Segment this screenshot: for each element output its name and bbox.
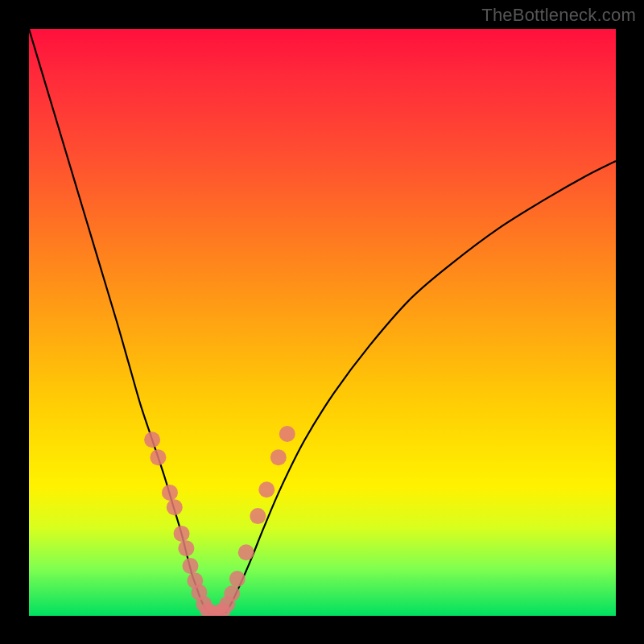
watermark-text: TheBottleneck.com: [481, 5, 636, 26]
plot-background: [29, 29, 616, 616]
chart-frame: TheBottleneck.com: [0, 0, 644, 644]
